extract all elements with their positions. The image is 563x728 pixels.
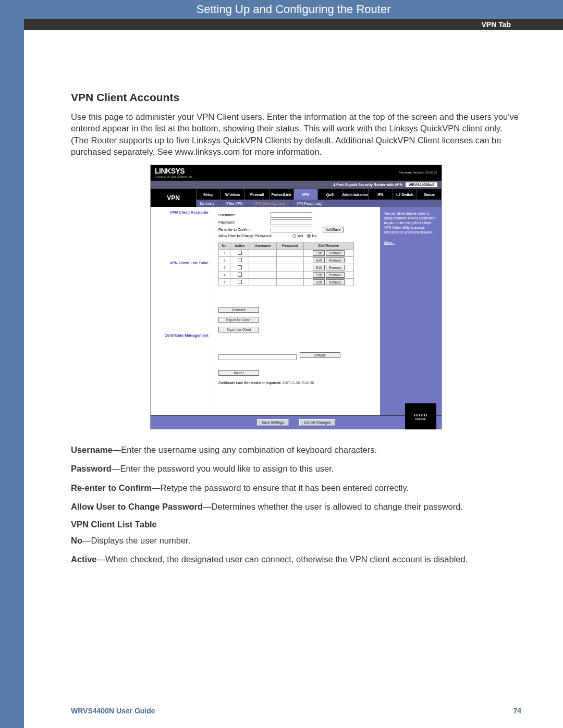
remove-button[interactable]: Remove [326,257,345,263]
subtab-ipsec-vpn[interactable]: IPSec VPN [226,202,243,205]
cert-timestamp: 2007-11-26 03:46:36 [283,381,314,385]
active-checkbox[interactable] [238,265,242,269]
tab-l2-switch[interactable]: L2 Switch [393,189,418,200]
table-row: 5Edit Remove [219,279,354,286]
export-admin-button[interactable]: Export for Admin [218,317,259,323]
save-settings-button[interactable]: Save Settings [257,419,289,426]
password-input[interactable] [271,219,312,225]
tab-protectlink[interactable]: ProtectLink [270,189,294,200]
tab-qos[interactable]: QoS [318,189,342,200]
intro-paragraph: Use this page to administer your VPN Cli… [71,111,521,157]
remove-button[interactable]: Remove [326,279,345,285]
vpn-client-list-table: No.ActiveUsernamePasswordEdit/Remove 1Ed… [218,242,354,286]
allow-no-radio[interactable] [307,234,311,238]
table-row: 1Edit Remove [219,250,354,257]
tab-vpn[interactable]: VPN [294,189,319,200]
tab-firewall[interactable]: Firewall [245,189,270,200]
help-panel: You can allow remote users to easily est… [380,207,442,415]
edit-button[interactable]: Edit [313,250,325,256]
subtab-vpn-client-accounts[interactable]: VPN Client Accounts [254,202,285,205]
edit-button[interactable]: Edit [313,279,325,285]
sidebar-vpn-client-list: VPN Client List Table [155,261,209,265]
add-save-button[interactable]: Add/Save [323,227,344,232]
edit-button[interactable]: Edit [313,272,325,278]
page-left-bar [0,0,24,728]
confirm-input[interactable] [271,227,312,232]
cancel-changes-button[interactable]: Cancel Changes [299,419,336,426]
linksys-logo: LINKSYS [155,167,193,175]
tab-wireless[interactable]: Wireless [221,189,246,200]
remove-button[interactable]: Remove [326,250,345,256]
active-checkbox[interactable] [238,280,242,284]
model-number: WRVS4400Nv2 [406,182,437,187]
cisco-logo: ıılıılıı CISCO. [405,403,436,429]
footer-guide: WRVS4400N User Guide [71,707,155,715]
browse-button[interactable]: Browse [300,352,340,358]
export-client-button[interactable]: Export for Client [218,327,259,332]
tab-status[interactable]: Status [417,189,442,200]
remove-button[interactable]: Remove [326,272,345,278]
table-row: 4Edit Remove [219,272,354,279]
tab-administration[interactable]: Administration [342,189,369,200]
allow-yes-radio[interactable] [292,234,296,238]
active-checkbox[interactable] [238,258,242,262]
sidebar-vpn-client-accounts: VPN Client Accounts [155,210,209,215]
chapter-title: Setting Up and Configuring the Router [24,0,563,19]
generate-button[interactable]: Generate [218,307,259,313]
remove-button[interactable]: Remove [326,265,345,270]
nav-section-title: VPN [151,189,197,207]
username-input[interactable] [271,212,312,218]
tab-ips[interactable]: IPS [369,189,393,200]
edit-button[interactable]: Edit [313,265,325,270]
subtab-summary[interactable]: Summary [200,202,214,205]
edit-button[interactable]: Edit [313,257,325,263]
model-label: 4-Port Gigabit Security Router with VPN [333,183,402,187]
footer-page-number: 74 [513,707,521,715]
active-checkbox[interactable] [238,273,242,277]
page-header: Setting Up and Configuring the Router VP… [24,0,563,55]
table-row: 2Edit Remove [219,257,354,264]
active-checkbox[interactable] [238,251,242,255]
import-button[interactable]: Import [218,370,259,376]
table-row: 3Edit Remove [219,264,354,272]
help-more-link[interactable]: More... [384,240,395,245]
router-screenshot: LINKSYS A Division of Cisco Systems, Inc… [150,165,442,429]
cert-file-input[interactable] [218,354,297,360]
subtab-vpn-passthrough[interactable]: VPN Passthrough [296,202,323,205]
section-tab-label: VPN Tab [481,19,511,30]
tab-setup[interactable]: Setup [197,189,221,200]
section-heading: VPN Client Accounts [71,91,521,104]
subsection-heading: VPN Client List Table [71,520,521,529]
sidebar-cert-mgmt: Certificate Management [155,333,209,338]
page-footer: WRVS4400N User Guide 74 [71,707,521,715]
firmware-version: Firmware Version: V0.00.07 [399,171,437,174]
